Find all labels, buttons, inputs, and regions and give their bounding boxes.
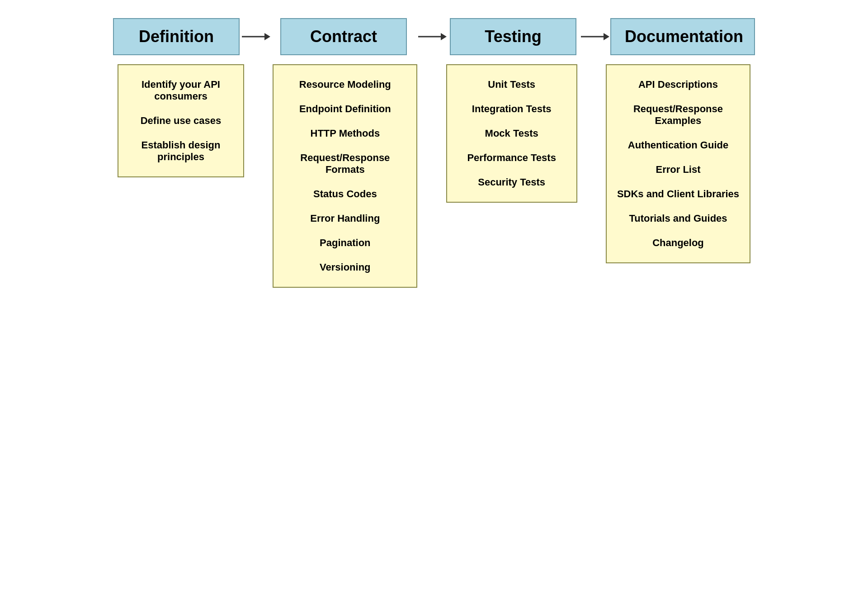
documentation-item-4: Error List — [616, 164, 741, 176]
contract-col-wrapper: Resource Modeling Endpoint Definition HT… — [273, 64, 417, 288]
stage-header-wrapper-definition: Definition — [113, 18, 240, 55]
documentation-item-7: Changelog — [616, 237, 741, 249]
testing-item-1: Unit Tests — [456, 79, 567, 90]
stage-label-testing: Testing — [485, 27, 541, 46]
contract-item-4: Request/Response Formats — [283, 152, 407, 176]
testing-item-2: Integration Tests — [456, 103, 567, 115]
stage-label-documentation: Documentation — [625, 27, 743, 46]
stage-header-contract: Contract — [280, 18, 407, 55]
contract-item-8: Versioning — [283, 261, 407, 273]
arrow-1-icon — [240, 28, 271, 46]
content-area: Identify your API consumers Define use c… — [118, 64, 750, 288]
documentation-col-wrapper: API Descriptions Request/Response Exampl… — [606, 64, 750, 263]
contract-item-7: Pagination — [283, 237, 407, 249]
arrow-1-wrapper — [240, 28, 271, 46]
testing-item-4: Performance Tests — [456, 152, 567, 164]
stage-header-wrapper-documentation: Documentation — [610, 18, 755, 55]
contract-item-6: Error Handling — [283, 213, 407, 224]
contract-item-3: HTTP Methods — [283, 128, 407, 139]
documentation-content-box: API Descriptions Request/Response Exampl… — [606, 64, 750, 263]
arrow-3-icon — [579, 28, 610, 46]
stage-label-contract: Contract — [310, 27, 377, 46]
documentation-item-2: Request/Response Examples — [616, 103, 741, 127]
testing-item-3: Mock Tests — [456, 128, 567, 139]
documentation-item-5: SDKs and Client Libraries — [616, 188, 741, 200]
arrow-2-wrapper — [416, 28, 448, 46]
diagram-container: Definition Contract Testing — [118, 18, 750, 288]
definition-col-wrapper: Identify your API consumers Define use c… — [118, 64, 244, 177]
testing-col-wrapper: Unit Tests Integration Tests Mock Tests … — [446, 64, 577, 203]
contract-item-1: Resource Modeling — [283, 79, 407, 90]
documentation-item-3: Authentication Guide — [616, 139, 741, 151]
contract-content-box: Resource Modeling Endpoint Definition HT… — [273, 64, 417, 288]
stage-header-documentation: Documentation — [610, 18, 755, 55]
contract-item-5: Status Codes — [283, 188, 407, 200]
contract-item-2: Endpoint Definition — [283, 103, 407, 115]
definition-item-3: Establish design principles — [127, 139, 234, 163]
stage-header-wrapper-contract: Contract — [271, 18, 416, 55]
stage-header-wrapper-testing: Testing — [448, 18, 579, 55]
documentation-item-1: API Descriptions — [616, 79, 741, 90]
stage-header-definition: Definition — [113, 18, 240, 55]
definition-item-2: Define use cases — [127, 115, 234, 127]
testing-content-box: Unit Tests Integration Tests Mock Tests … — [446, 64, 577, 203]
svg-marker-1 — [264, 33, 270, 40]
stage-header-testing: Testing — [450, 18, 576, 55]
documentation-item-6: Tutorials and Guides — [616, 213, 741, 224]
testing-item-5: Security Tests — [456, 176, 567, 188]
svg-marker-3 — [441, 33, 447, 40]
definition-content-box: Identify your API consumers Define use c… — [118, 64, 244, 177]
definition-item-1: Identify your API consumers — [127, 79, 234, 102]
arrow-2-icon — [416, 28, 448, 46]
stage-label-definition: Definition — [139, 27, 214, 46]
svg-marker-5 — [604, 33, 609, 40]
header-section: Definition Contract Testing — [118, 18, 750, 55]
arrow-3-wrapper — [579, 28, 610, 46]
